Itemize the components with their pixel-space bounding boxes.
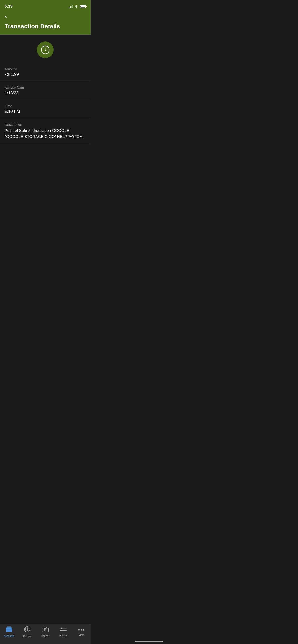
time-label: Time [5, 104, 86, 108]
description-label: Description [5, 123, 86, 126]
description-row: Description Point of Sale Authorization … [0, 118, 91, 144]
battery-icon [80, 5, 86, 8]
status-icons [69, 5, 86, 8]
time-value: 5:10 PM [5, 109, 86, 114]
signal-icon [69, 5, 73, 8]
clock-icon-circle [37, 42, 54, 58]
activity-date-value: 1/13/23 [5, 91, 86, 96]
amount-value: - $ 1.99 [5, 72, 86, 77]
activity-date-label: Activity Date [5, 86, 86, 90]
transaction-icon-wrapper [0, 34, 91, 63]
svg-point-3 [45, 50, 46, 50]
page-title: Transaction Details [5, 23, 86, 30]
clock-icon [41, 46, 50, 54]
activity-date-row: Activity Date 1/13/23 [0, 81, 91, 100]
wifi-icon [74, 5, 79, 8]
back-button[interactable]: < [5, 14, 8, 20]
status-time: 5:19 [5, 4, 13, 9]
time-row: Time 5:10 PM [0, 100, 91, 118]
status-bar: 5:19 [0, 0, 91, 12]
header: < Transaction Details [0, 12, 91, 34]
amount-row: Amount - $ 1.99 [0, 63, 91, 81]
amount-label: Amount [5, 67, 86, 71]
description-value: Point of Sale Authorization GOOGLE *GOOG… [5, 128, 86, 140]
main-content: Amount - $ 1.99 Activity Date 1/13/23 Ti… [0, 34, 91, 260]
